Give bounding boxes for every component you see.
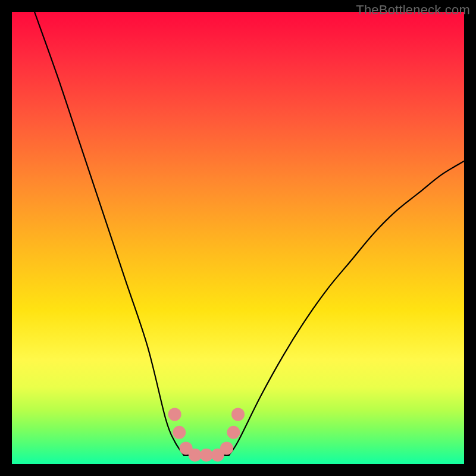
watermark-label: TheBottleneck.com — [356, 2, 470, 18]
reference-marker — [231, 408, 245, 421]
reference-marker — [200, 449, 213, 462]
reference-marker — [220, 441, 233, 455]
curve-left — [35, 12, 184, 455]
curve-right — [229, 161, 464, 455]
reference-marker — [173, 426, 186, 439]
reference-markers — [168, 408, 245, 461]
chart-container: TheBottleneck.com — [0, 0, 476, 476]
plot-overlay — [12, 12, 464, 464]
reference-marker — [168, 408, 181, 421]
plot-area — [12, 12, 464, 464]
reference-marker — [227, 426, 240, 439]
reference-marker — [189, 449, 202, 462]
